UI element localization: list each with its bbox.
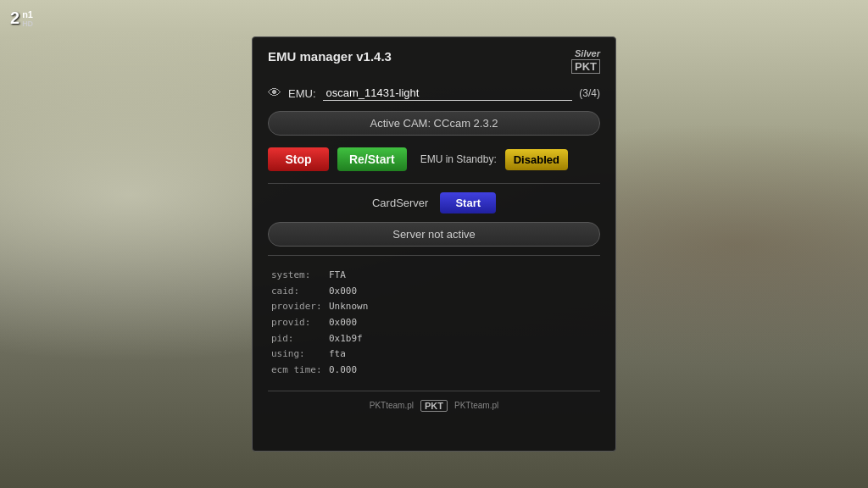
logo-pkt: PKT (571, 59, 600, 74)
standby-label: EMU in Standby: (420, 153, 497, 165)
info-value: 0x000 (329, 284, 357, 300)
tv-logo-n1: n1 (22, 9, 33, 19)
stop-button[interactable]: Stop (268, 147, 329, 171)
info-value: 0x1b9f (329, 331, 363, 347)
info-key: provider: (271, 299, 329, 315)
disabled-button[interactable]: Disabled (505, 149, 568, 170)
footer-right-text: PKTteam.pl (454, 401, 498, 410)
start-button[interactable]: Start (440, 192, 496, 214)
info-row: caid:0x000 (271, 284, 597, 300)
info-key: pid: (271, 331, 329, 347)
logo-silver: Silver (571, 49, 600, 58)
info-value: 0x000 (329, 315, 357, 331)
active-cam-bar: Active CAM: CCcam 2.3.2 (268, 111, 600, 136)
info-value: 0.000 (329, 363, 357, 379)
info-value: Unknown (329, 299, 368, 315)
tv-logo-hd: HD (22, 19, 33, 28)
controls-row: Stop Re/Start EMU in Standby: Disabled (268, 147, 600, 171)
cardserver-row: CardServer Start (268, 192, 600, 214)
info-value: fta (329, 347, 346, 363)
info-key: caid: (271, 284, 329, 300)
footer-left-text: PKTteam.pl (370, 401, 414, 410)
active-cam-label: Active CAM: CCcam 2.3.2 (370, 117, 498, 130)
info-block: system:FTAcaid:0x000provider:Unknownprov… (268, 264, 600, 382)
emu-label: EMU: (288, 87, 316, 100)
emu-input[interactable] (323, 86, 573, 101)
restart-button[interactable]: Re/Start (337, 147, 407, 171)
footer-logo: PKT (420, 400, 448, 412)
info-row: provider:Unknown (271, 299, 597, 315)
info-key: ecm time: (271, 363, 329, 379)
info-key: provid: (271, 315, 329, 331)
silver-pkt-logo: Silver PKT (571, 49, 600, 74)
tv-logo-number: 2 (10, 8, 19, 28)
separator-2 (268, 255, 600, 256)
server-status-bar: Server not active (268, 222, 600, 247)
title-bar: EMU manager v1.4.3 Silver PKT (268, 49, 600, 74)
server-status-text: Server not active (392, 228, 476, 241)
info-row: system:FTA (271, 268, 597, 284)
info-row: using:fta (271, 347, 597, 363)
separator-1 (268, 183, 600, 184)
footer: PKTteam.pl PKT PKTteam.pl (268, 391, 600, 412)
info-row: ecm time:0.000 (271, 363, 597, 379)
info-key: using: (271, 347, 329, 363)
footer-pkt-label: PKT (420, 400, 448, 412)
emu-counter: (3/4) (579, 87, 600, 99)
window-title: EMU manager v1.4.3 (268, 49, 392, 64)
tv-logo: 2 n1 HD (10, 8, 33, 28)
emu-row: 👁 EMU: (3/4) (268, 86, 600, 101)
eye-icon: 👁 (268, 86, 281, 101)
info-row: pid:0x1b9f (271, 331, 597, 347)
info-row: provid:0x000 (271, 315, 597, 331)
cardserver-label: CardServer (372, 197, 428, 209)
emu-manager-window: EMU manager v1.4.3 Silver PKT 👁 EMU: (3/… (252, 36, 616, 452)
info-key: system: (271, 268, 329, 284)
info-value: FTA (329, 268, 346, 284)
